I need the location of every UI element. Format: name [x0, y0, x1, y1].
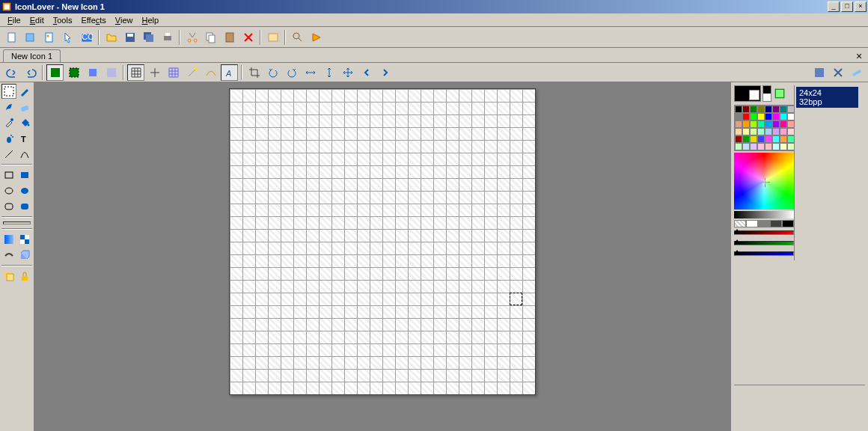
filled-rounded-rect-tool[interactable]: [17, 199, 32, 214]
delete-format-button[interactable]: [829, 64, 846, 81]
color-swatch[interactable]: [757, 128, 765, 135]
color-swatch[interactable]: [780, 113, 787, 120]
color-swatch[interactable]: [735, 128, 742, 135]
color-swatch[interactable]: [772, 128, 780, 135]
smooth-button[interactable]: [202, 64, 219, 81]
color-swatch[interactable]: [735, 135, 742, 143]
new-library-button[interactable]: [22, 29, 39, 46]
color-swatch[interactable]: [742, 128, 750, 135]
layers-button[interactable]: [1, 269, 16, 284]
color-swatch[interactable]: [757, 120, 765, 128]
color-swatch[interactable]: [772, 120, 780, 128]
eyedropper-tool[interactable]: [1, 115, 16, 130]
antialias-button[interactable]: A: [221, 64, 238, 81]
rounded-rect-tool[interactable]: [1, 199, 16, 214]
brush-tool[interactable]: [1, 100, 16, 114]
color-swatch[interactable]: [772, 135, 780, 143]
menu-edit[interactable]: Edit: [25, 14, 49, 26]
color-swatch[interactable]: [765, 113, 772, 120]
clear-button[interactable]: [848, 64, 865, 81]
grid-button[interactable]: [127, 64, 144, 81]
line-tool[interactable]: [1, 147, 16, 162]
color-swatch[interactable]: [757, 113, 765, 120]
menu-tools[interactable]: Tools: [49, 14, 77, 26]
search-button[interactable]: [289, 29, 306, 46]
color-swatch[interactable]: [735, 113, 742, 120]
pencil-tool[interactable]: [17, 84, 32, 99]
foreground-background-swatch[interactable]: [734, 85, 761, 102]
swap-colors-button[interactable]: [762, 85, 771, 102]
close-button[interactable]: ×: [855, 1, 867, 12]
save-format-button[interactable]: [810, 64, 828, 81]
crop-button[interactable]: [245, 64, 263, 81]
document-tab[interactable]: New Icon 1: [3, 49, 61, 62]
spray-tool[interactable]: [1, 131, 16, 146]
color-swatch[interactable]: [765, 106, 772, 113]
invert-selection-button[interactable]: [84, 64, 101, 81]
color-swatch[interactable]: [780, 128, 787, 135]
flip-horizontal-button[interactable]: [302, 64, 319, 81]
menu-view[interactable]: View: [111, 14, 138, 26]
copy-button[interactable]: [202, 29, 219, 46]
rotate-left-button[interactable]: [264, 64, 281, 81]
pattern-row[interactable]: [734, 220, 794, 227]
cut-button[interactable]: [183, 29, 201, 46]
gradient-tool[interactable]: [1, 232, 16, 247]
color-swatch[interactable]: [765, 120, 772, 128]
color-swatch[interactable]: [757, 143, 765, 150]
save-all-button[interactable]: [140, 29, 157, 46]
color-swatch[interactable]: [742, 113, 750, 120]
menu-file[interactable]: FFileile: [3, 14, 25, 26]
color-swatch[interactable]: [742, 106, 750, 113]
color-swatch[interactable]: [772, 113, 780, 120]
opaque-mode-button[interactable]: [46, 64, 64, 81]
maximize-button[interactable]: □: [841, 1, 853, 12]
undo-button[interactable]: [3, 64, 20, 81]
color-swatch[interactable]: [742, 135, 750, 143]
magic-wand-button[interactable]: [183, 64, 201, 81]
redo-button[interactable]: [22, 64, 39, 81]
delete-button[interactable]: [239, 29, 257, 46]
color-swatch[interactable]: [750, 135, 757, 143]
paste-button[interactable]: [221, 29, 238, 46]
open-button[interactable]: [103, 29, 120, 46]
filled-rectangle-tool[interactable]: [17, 168, 32, 183]
color-swatch[interactable]: [765, 143, 772, 150]
transparent-mode-button[interactable]: [65, 64, 82, 81]
move-button[interactable]: [339, 64, 356, 81]
pattern-tool[interactable]: [17, 232, 32, 247]
color-swatch[interactable]: [750, 113, 757, 120]
color-swatch[interactable]: [742, 143, 750, 150]
color-swatch[interactable]: [765, 128, 772, 135]
color-swatch[interactable]: [780, 106, 787, 113]
flip-vertical-button[interactable]: [320, 64, 337, 81]
new-cursor-button[interactable]: [59, 29, 76, 46]
color-swatch[interactable]: [750, 143, 757, 150]
fill-tool[interactable]: [17, 115, 32, 130]
color-swatch[interactable]: [750, 128, 757, 135]
color-swatch[interactable]: [757, 135, 765, 143]
line-width-preview[interactable]: [3, 221, 31, 224]
filled-ellipse-tool[interactable]: [17, 183, 32, 198]
curve-tool[interactable]: [17, 147, 32, 162]
format-item[interactable]: 24x24 32bpp: [796, 87, 858, 108]
help-button[interactable]: [308, 29, 325, 46]
guide-grid-button[interactable]: [165, 64, 182, 81]
shift-right-button[interactable]: [376, 64, 394, 81]
color-swatch[interactable]: [742, 120, 750, 128]
color-picker[interactable]: [734, 153, 794, 210]
print-button[interactable]: [159, 29, 176, 46]
save-button[interactable]: [121, 29, 138, 46]
new-button[interactable]: [3, 29, 20, 46]
green-slider[interactable]: [734, 241, 794, 250]
3d-tool[interactable]: [17, 248, 32, 263]
rectangle-tool[interactable]: [1, 168, 16, 183]
rotate-right-button[interactable]: [283, 64, 300, 81]
smooth-tool[interactable]: [1, 248, 16, 263]
menu-effects[interactable]: Effects: [76, 14, 110, 26]
blue-slider[interactable]: [734, 251, 794, 260]
new-image-button[interactable]: [40, 29, 58, 46]
color-swatch[interactable]: [735, 143, 742, 150]
canvas[interactable]: [229, 88, 536, 395]
color-swatch[interactable]: [750, 106, 757, 113]
